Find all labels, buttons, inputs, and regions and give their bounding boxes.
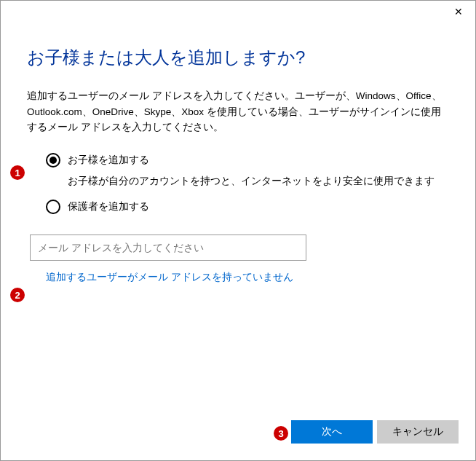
annotation-badge-1: 1 [10, 165, 25, 180]
dialog-footer: 次へ キャンセル [291, 420, 459, 444]
radio-add-guardian[interactable]: 保護者を追加する [27, 200, 449, 214]
close-icon: ✕ [454, 6, 463, 17]
radio-label: お子様を追加する [68, 154, 149, 167]
radio-icon [46, 153, 60, 168]
cancel-button[interactable]: キャンセル [377, 420, 459, 444]
close-button[interactable]: ✕ [442, 1, 475, 23]
no-email-link-row: 追加するユーザーがメール アドレスを持っていません [27, 271, 449, 284]
no-email-link[interactable]: 追加するユーザーがメール アドレスを持っていません [46, 271, 293, 283]
dialog-content: お子様または大人を追加しますか? 追加するユーザーのメール アドレスを入力してく… [1, 23, 475, 284]
annotation-badge-3: 3 [274, 426, 288, 441]
description-text: 追加するユーザーのメール アドレスを入力してください。ユーザーが、Windows… [27, 88, 449, 135]
page-title: お子様または大人を追加しますか? [27, 46, 449, 69]
annotation-badge-2: 2 [10, 288, 25, 302]
radio-icon [46, 200, 60, 214]
radio-add-child[interactable]: お子様を追加する [27, 153, 449, 168]
radio-label: 保護者を追加する [68, 200, 149, 213]
email-input-wrap [27, 235, 449, 261]
radio-child-help: お子様が自分のアカウントを持つと、インターネットをより安全に使用できます [68, 175, 449, 188]
next-button[interactable]: 次へ [291, 420, 373, 444]
titlebar: ✕ [1, 1, 475, 23]
email-input[interactable] [30, 235, 306, 261]
